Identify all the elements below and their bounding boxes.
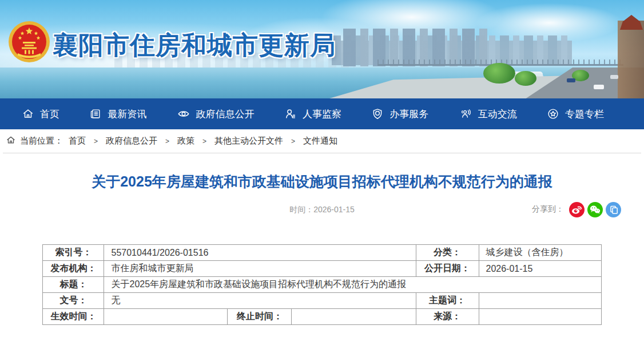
breadcrumb-separator: > (94, 137, 98, 145)
share-label: 分享到： (532, 204, 564, 215)
pavilion-roof (620, 15, 643, 30)
share-bar: 分享到： (532, 201, 621, 218)
title-label: 标题： (43, 277, 104, 293)
document-metadata-table: 索引号： 557010441/2026-01516 分类： 城乡建设（含住房） … (42, 244, 601, 325)
home-icon (22, 108, 34, 120)
news-icon (89, 108, 102, 120)
divider (3, 153, 641, 153)
home-icon (6, 135, 16, 147)
breadcrumb-item-home[interactable]: 首页 (69, 136, 86, 146)
nav-item-label: 互动交流 (478, 108, 517, 121)
breadcrumb-item-policy[interactable]: 政策 (177, 136, 194, 146)
end-time-value (292, 309, 416, 325)
nav-item-gov-info[interactable]: 政府信息公开 (177, 108, 255, 121)
chat-icon (459, 108, 472, 120)
nav-item-interaction[interactable]: 互动交流 (459, 108, 517, 121)
tree (515, 71, 536, 86)
nav-item-label: 人事监察 (303, 108, 341, 121)
nav-item-special-columns[interactable]: 专题专栏 (547, 108, 604, 121)
weibo-icon[interactable] (569, 202, 585, 217)
nav-item-home[interactable]: 首页 (22, 108, 59, 121)
breadcrumb-item-other-docs[interactable]: 其他主动公开文件 (214, 136, 283, 146)
title-value: 关于2025年房屋建筑和市政基础设施项目招标代理机构不规范行为的通报 (104, 277, 601, 293)
breadcrumb-item-notices[interactable]: 文件通知 (303, 136, 337, 146)
ancient-city-wall (618, 21, 644, 98)
eye-icon (177, 108, 190, 120)
category-value: 城乡建设（含住房） (479, 245, 601, 261)
table-row: 生效时间： 终止时间： 来源： (43, 309, 601, 325)
effective-time-value (104, 309, 228, 325)
copy-link-icon[interactable] (606, 202, 621, 217)
breadcrumb: 当前位置： 首页 > 政府信息公开 > 政策 > 其他主动公开文件 > 文件通知 (0, 129, 644, 153)
tree (483, 63, 515, 84)
article-meta: 时间：2026-01-15 分享到： (0, 201, 644, 218)
star-icon (547, 108, 559, 120)
shield-icon (371, 108, 384, 120)
index-label: 索引号： (43, 245, 104, 261)
nav-item-news[interactable]: 最新资讯 (89, 108, 146, 121)
banner: 襄阳市住房和城市更新局 (0, 0, 644, 98)
time-label: 时间： (289, 205, 313, 214)
breadcrumb-separator: > (202, 137, 206, 145)
breadcrumb-separator: > (291, 137, 295, 145)
keywords-value (479, 293, 601, 309)
breadcrumb-separator: > (165, 137, 169, 145)
nav-item-label: 首页 (40, 108, 59, 121)
end-time-label: 终止时间： (228, 309, 292, 325)
breadcrumb-location-label: 当前位置： (20, 136, 63, 146)
nav-item-label: 最新资讯 (108, 108, 146, 121)
source-label: 来源： (416, 309, 479, 325)
category-label: 分类： (416, 245, 479, 261)
doc-number-label: 文号： (43, 293, 104, 309)
site-title: 襄阳市住房和城市更新局 (53, 29, 336, 62)
table-row: 索引号： 557010441/2026-01516 分类： 城乡建设（含住房） (43, 245, 601, 261)
time-value: 2026-01-15 (313, 205, 355, 214)
nav-item-services[interactable]: 办事服务 (371, 108, 428, 121)
nav-item-label: 专题专栏 (565, 108, 604, 121)
nav-item-personnel[interactable]: 人事监察 (284, 108, 341, 121)
national-emblem-icon (8, 21, 50, 63)
doc-number-value: 无 (104, 293, 416, 309)
breadcrumb-item-gov-info[interactable]: 政府信息公开 (106, 136, 157, 146)
car (567, 78, 575, 82)
nav-item-label: 政府信息公开 (196, 108, 255, 121)
effective-time-label: 生效时间： (43, 309, 104, 325)
keywords-label: 主题词： (416, 293, 479, 309)
index-value: 557010441/2026-01516 (104, 245, 416, 261)
wechat-icon[interactable] (587, 202, 603, 217)
source-value (479, 309, 601, 325)
publish-date-label: 公开日期： (416, 261, 479, 277)
table-row: 标题： 关于2025年房屋建筑和市政基础设施项目招标代理机构不规范行为的通报 (43, 277, 601, 293)
person-icon (284, 108, 297, 120)
car (610, 75, 618, 79)
agency-label: 发布机构： (43, 261, 104, 277)
nav-item-label: 办事服务 (389, 108, 428, 121)
table-row: 发布机构： 市住房和城市更新局 公开日期： 2026-01-15 (43, 261, 601, 277)
main-nav: 首页 最新资讯 政府信息公开 人事监察 办事服务 互动交流 专题专栏 (0, 98, 644, 129)
publish-date-value: 2026-01-15 (479, 261, 601, 277)
agency-value: 市住房和城市更新局 (104, 261, 416, 277)
page-title: 关于2025年房屋建筑和市政基础设施项目招标代理机构不规范行为的通报 (0, 172, 644, 191)
table-row: 文号： 无 主题词： (43, 293, 601, 309)
car (594, 85, 604, 89)
